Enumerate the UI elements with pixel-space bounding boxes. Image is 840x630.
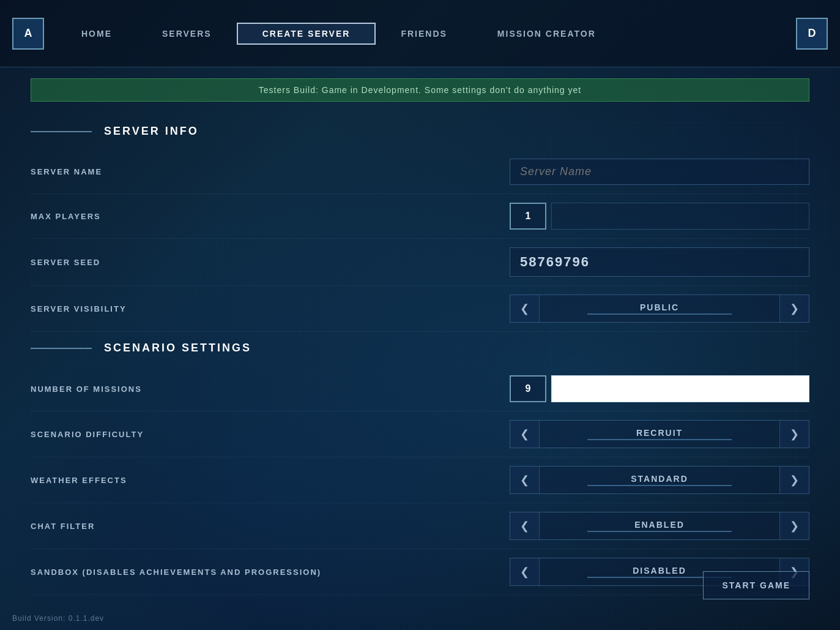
- server-visibility-arrow-right[interactable]: ❯: [779, 295, 809, 322]
- scenario-difficulty-label: SCENARIO DIFFICULTY: [31, 430, 510, 439]
- num-missions-value: 9: [510, 375, 546, 402]
- server-visibility-selector: ❮ PUBLIC ❯: [510, 294, 809, 323]
- max-players-control: 1: [510, 203, 809, 230]
- nav-item-servers[interactable]: SERVERS: [137, 23, 237, 44]
- weather-effects-selector: ❮ STANDARD ❯: [510, 466, 809, 494]
- scenario-difficulty-value: RECRUIT: [540, 428, 779, 440]
- max-players-number-control: 1: [510, 203, 809, 230]
- server-visibility-arrow-left[interactable]: ❮: [510, 295, 540, 322]
- scenario-settings-header: SCENARIO SETTINGS: [31, 342, 809, 354]
- scenario-difficulty-arrow-right[interactable]: ❯: [779, 421, 809, 448]
- chat-filter-arrow-left[interactable]: ❮: [510, 512, 540, 539]
- sandbox-row: SANDBOX (DISABLES ACHIEVEMENTS AND PROGR…: [31, 549, 809, 595]
- scenario-settings-title: SCENARIO SETTINGS: [104, 342, 251, 354]
- left-avatar-label: A: [24, 27, 32, 40]
- server-seed-control: [510, 247, 809, 277]
- scenario-difficulty-selector: ❮ RECRUIT ❯: [510, 420, 809, 448]
- section-line-left: [31, 131, 92, 132]
- max-players-label: MAX PLAYERS: [31, 212, 510, 221]
- server-visibility-control: ❮ PUBLIC ❯: [510, 294, 809, 323]
- chat-filter-value: ENABLED: [540, 520, 779, 532]
- nav-item-home[interactable]: HOME: [56, 23, 137, 44]
- nav-items: HOME SERVERS CREATE SERVER FRIENDS MISSI…: [56, 23, 796, 45]
- scenario-difficulty-control: ❮ RECRUIT ❯: [510, 420, 809, 448]
- num-missions-row: NUMBER OF MISSIONS 9: [31, 367, 809, 411]
- server-name-input[interactable]: [510, 159, 809, 185]
- num-missions-number-control: 9: [510, 375, 809, 402]
- weather-effects-control: ❮ STANDARD ❯: [510, 466, 809, 494]
- max-players-slider[interactable]: [551, 203, 809, 230]
- navbar: A HOME SERVERS CREATE SERVER FRIENDS MIS…: [0, 0, 840, 67]
- server-visibility-label: SERVER VISIBILITY: [31, 304, 510, 313]
- sandbox-arrow-left[interactable]: ❮: [510, 558, 540, 585]
- server-visibility-value: PUBLIC: [540, 302, 779, 315]
- server-seed-input[interactable]: [510, 247, 809, 277]
- server-seed-row: SERVER SEED: [31, 239, 809, 286]
- server-name-row: SERVER NAME: [31, 150, 809, 194]
- section-line-scenario: [31, 348, 92, 349]
- bottom-bar: START GAME: [703, 571, 809, 599]
- chat-filter-row: CHAT FILTER ❮ ENABLED ❯: [31, 503, 809, 549]
- max-players-value: 1: [510, 203, 546, 230]
- build-version: Build Version: 0.1.1.dev: [12, 614, 104, 623]
- server-info-header: SERVER INFO: [31, 125, 809, 138]
- weather-effects-arrow-left[interactable]: ❮: [510, 467, 540, 493]
- server-seed-label: SERVER SEED: [31, 258, 510, 267]
- chat-filter-selector: ❮ ENABLED ❯: [510, 512, 809, 540]
- scenario-difficulty-row: SCENARIO DIFFICULTY ❮ RECRUIT ❯: [31, 411, 809, 457]
- weather-effects-value: STANDARD: [540, 474, 779, 486]
- right-avatar-label: D: [808, 27, 816, 40]
- nav-item-create-server[interactable]: CREATE SERVER: [237, 23, 376, 45]
- nav-item-friends[interactable]: FRIENDS: [376, 23, 472, 44]
- start-game-button[interactable]: START GAME: [703, 571, 809, 599]
- num-missions-label: NUMBER OF MISSIONS: [31, 384, 510, 394]
- max-players-row: MAX PLAYERS 1: [31, 194, 809, 239]
- nav-item-mission-creator[interactable]: MISSION CREATOR: [472, 23, 621, 44]
- server-info-title: SERVER INFO: [104, 125, 199, 138]
- num-missions-control: 9: [510, 375, 809, 402]
- main-content: SERVER INFO SERVER NAME MAX PLAYERS 1 SE…: [0, 113, 840, 607]
- server-visibility-row: SERVER VISIBILITY ❮ PUBLIC ❯: [31, 286, 809, 332]
- weather-effects-label: WEATHER EFFECTS: [31, 476, 510, 485]
- num-missions-slider[interactable]: [551, 375, 809, 402]
- dev-banner: Testers Build: Game in Development. Some…: [31, 78, 809, 102]
- weather-effects-row: WEATHER EFFECTS ❮ STANDARD ❯: [31, 457, 809, 503]
- server-name-control: [510, 159, 809, 185]
- right-avatar[interactable]: D: [796, 18, 828, 50]
- sandbox-label: SANDBOX (DISABLES ACHIEVEMENTS AND PROGR…: [31, 568, 510, 577]
- weather-effects-arrow-right[interactable]: ❯: [779, 467, 809, 493]
- server-name-label: SERVER NAME: [31, 167, 510, 176]
- chat-filter-control: ❮ ENABLED ❯: [510, 512, 809, 540]
- scenario-difficulty-arrow-left[interactable]: ❮: [510, 421, 540, 448]
- chat-filter-label: CHAT FILTER: [31, 522, 510, 531]
- chat-filter-arrow-right[interactable]: ❯: [779, 512, 809, 539]
- left-avatar[interactable]: A: [12, 18, 44, 50]
